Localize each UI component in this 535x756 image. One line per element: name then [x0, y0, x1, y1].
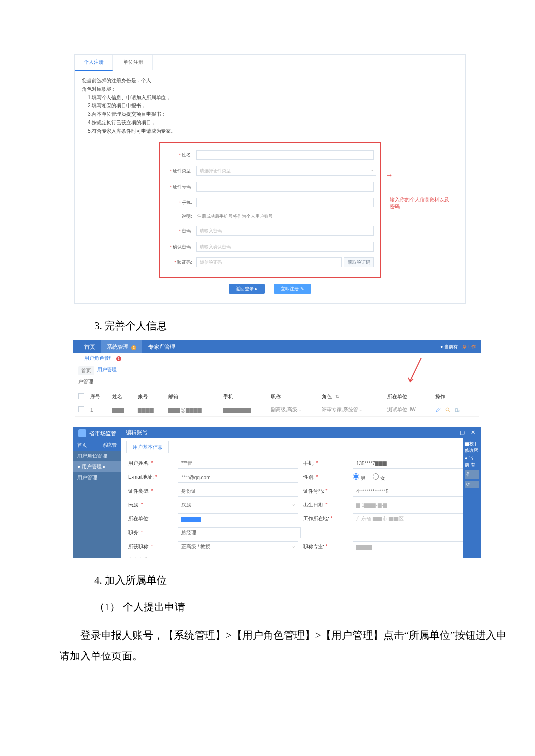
breadcrumb-user-mgmt[interactable]: 用户管理 [97, 366, 117, 375]
side-sys[interactable]: 系统管 [102, 440, 117, 451]
checkbox-all[interactable] [78, 393, 84, 399]
close-icon[interactable]: ✕ [470, 429, 476, 436]
cell-mail: ▇▇▇@▇▇▇▇ [165, 403, 220, 417]
field-major[interactable] [178, 555, 298, 558]
sort-icon[interactable]: ⇅ [335, 394, 339, 399]
lbl-rankmajor: 职称专业: [303, 544, 327, 549]
lbl-idno: 证件号码: [303, 488, 327, 494]
right-overflow-strip: ▇校 |修改密 ● 当 前 有 作 ⟳ [463, 438, 481, 558]
rt-mini-ops: 作 [465, 470, 479, 479]
register-buttons: 返回登录 ▸ 立即注册 ✎ [159, 284, 381, 294]
field-job[interactable] [178, 527, 301, 538]
breadcrumb-home[interactable]: 首页 [78, 366, 94, 375]
lbl-idtype: 证件类型: [128, 488, 153, 494]
input-pwd2[interactable] [196, 242, 374, 252]
th-title[interactable]: 职称 [268, 390, 319, 403]
register-form: 姓名: 证件类型: 证件号码: 手机: 说明: [159, 142, 381, 294]
edit-icon[interactable] [435, 407, 441, 413]
tab-personal[interactable]: 个人注册 [75, 55, 113, 71]
side-role-mgmt[interactable]: 用户角色管理 [73, 451, 121, 461]
chevron-down-icon [291, 504, 295, 507]
role-item: 2.填写相应的项目申报书； [82, 101, 458, 110]
nav-system[interactable]: 系统管理 3 [101, 340, 142, 353]
arrow-right-icon: → [385, 171, 393, 180]
doc-heading-4: 4. 加入所属单位 [94, 573, 515, 587]
field-birth[interactable] [353, 500, 473, 510]
th-email[interactable]: 邮箱 [165, 390, 220, 403]
th-mobile[interactable]: 手机 [220, 390, 268, 403]
lbl-gender: 性别: [303, 474, 318, 480]
field-mobile[interactable] [353, 458, 473, 469]
nav-right-tip: ● 当前有：条工作 [440, 344, 476, 350]
rt-mini-ops[interactable]: ⟳ [465, 481, 479, 488]
field-email[interactable] [178, 472, 298, 483]
lbl-name: 用户姓名: [128, 460, 153, 466]
role-item: 4.按规定执行已获立项的项目； [82, 118, 458, 127]
doc-paragraph: 登录申报人账号，【系统管理】>【用户角色管理】>【用户管理】点击“所属单位”按钮… [59, 625, 515, 666]
chevron-down-icon [370, 169, 374, 173]
lbl-rank: 所获职称: [128, 544, 153, 549]
tab-basic-info[interactable]: 用户基本信息 [126, 441, 169, 453]
input-pwd[interactable] [196, 226, 374, 236]
role-item: 1.填写个人信息、申请加入所属单位； [82, 93, 458, 101]
th-seq[interactable]: 序号 [87, 390, 109, 403]
field-org[interactable] [178, 513, 298, 524]
select-idtype[interactable] [196, 166, 376, 176]
field-rank[interactable] [178, 541, 298, 552]
cell-name: ▇▇▇ [109, 403, 135, 417]
input-mobile[interactable] [196, 198, 374, 207]
th-role[interactable]: 角色 ⇅ [319, 390, 384, 403]
radio-female[interactable]: 女 [373, 473, 385, 482]
role-item: 5.符合专家入库条件时可申请成为专家。 [82, 127, 458, 135]
lbl-org: 所在单位: [128, 516, 150, 521]
register-highlight-box: 姓名: 证件类型: 证件号码: 手机: 说明: [159, 142, 381, 278]
field-idtype[interactable] [178, 486, 298, 497]
input-vcode[interactable] [196, 257, 342, 267]
field-loc[interactable] [353, 513, 473, 524]
side-home[interactable]: 首页 [77, 440, 102, 451]
label-mobile: 手机: [166, 200, 192, 206]
submit-register-button[interactable]: 立即注册 ✎ [274, 284, 311, 294]
label-pwd2: 确认密码: [166, 244, 192, 250]
field-idno[interactable] [353, 486, 473, 497]
modal-header[interactable]: 编辑账号 ▢ ✕ [121, 427, 481, 438]
input-name[interactable] [196, 150, 374, 160]
back-login-button[interactable]: 返回登录 ▸ [229, 284, 265, 294]
side-user-mgmt2[interactable]: 用户管理 [73, 472, 121, 483]
building-icon[interactable] [454, 407, 460, 413]
user-table-row: 1 ▇▇▇ ▇▇▇▇ ▇▇▇@▇▇▇▇ ▇▇▇▇▇▇▇ 副高级,高级... 评审… [75, 403, 479, 417]
row-checkbox[interactable] [78, 406, 84, 412]
label-idtype: 证件类型: [166, 168, 192, 174]
radio-male[interactable]: 男 [353, 473, 366, 482]
get-code-button[interactable]: 获取验证码 [344, 257, 374, 267]
rt-text2: ● 当 前 有 [465, 455, 479, 468]
th-account[interactable]: 账号 [135, 390, 165, 403]
topnav: 首页 系统管理 3 专家库管理 ● 当前有：条工作 [73, 340, 481, 353]
cell-ops [432, 403, 479, 417]
register-tabs: 个人注册 单位注册 [75, 55, 465, 71]
nav-badge: 3 [131, 345, 136, 350]
nav-expert[interactable]: 专家库管理 [142, 340, 181, 353]
th-name[interactable]: 姓名 [109, 390, 135, 403]
nav-home[interactable]: 首页 [78, 340, 101, 353]
cell-seq: 1 [87, 403, 109, 417]
label-vcode: 验证码: [166, 259, 192, 266]
field-rankmajor[interactable] [353, 541, 473, 552]
brand-text: 省市场监管 [89, 430, 116, 437]
field-name[interactable] [178, 458, 298, 469]
input-idno[interactable] [196, 182, 374, 192]
search-icon[interactable] [445, 407, 451, 413]
tab-enterprise[interactable]: 单位注册 [114, 55, 153, 70]
hint-text: 注册成功后手机号将作为个人用户账号 [196, 213, 374, 220]
lbl-nation: 民族: [128, 502, 143, 507]
field-nation[interactable] [178, 500, 298, 510]
maximize-icon[interactable]: ▢ [459, 429, 465, 436]
edit-account-modal: 编辑账号 ▢ ✕ 用户基本信息 用户姓名: 手机: E-mail地址: 性 [121, 427, 481, 558]
side-user-mgmt[interactable]: ● 用户管理 ▸ [73, 461, 121, 472]
screenshot-user-list: 首页 系统管理 3 专家库管理 ● 当前有：条工作 用户角色管理 1 首页 用户… [73, 340, 481, 420]
modal-tabs: 用户基本信息 [121, 438, 480, 453]
th-org[interactable]: 所在单位 [384, 390, 432, 403]
subnav-role-mgmt[interactable]: 用户角色管理 [84, 355, 114, 361]
cell-mobile: ▇▇▇▇▇▇▇ [220, 403, 268, 417]
user-table: 序号 姓名 账号 邮箱 手机 职称 角色 ⇅ 所在单位 操作 [75, 390, 479, 417]
